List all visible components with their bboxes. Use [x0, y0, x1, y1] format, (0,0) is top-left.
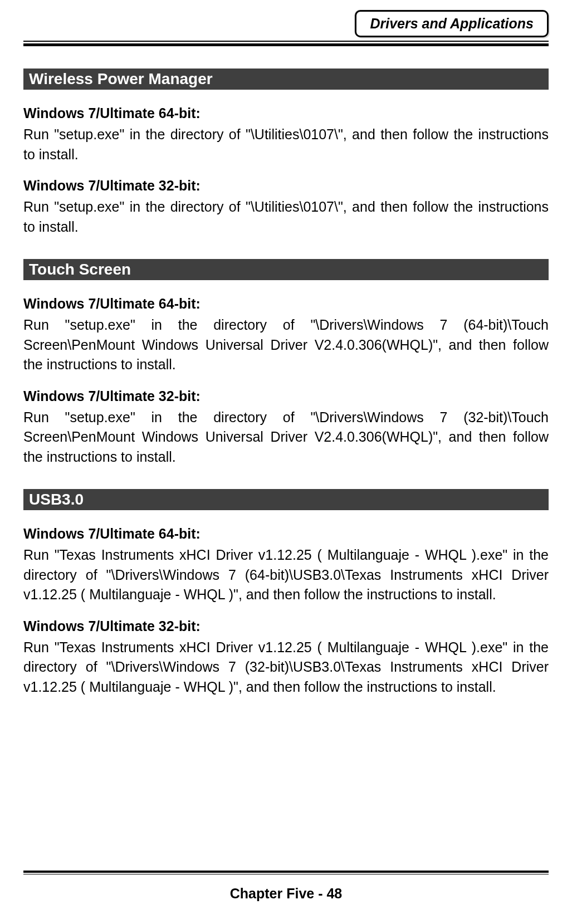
- section-title-touch-screen: Touch Screen: [23, 259, 549, 280]
- subheading: Windows 7/Ultimate 64-bit:: [23, 105, 549, 121]
- body-text: Run "setup.exe" in the directory of "\Ut…: [23, 125, 549, 164]
- instruction-group: Windows 7/Ultimate 32-bit: Run "setup.ex…: [23, 178, 549, 237]
- subheading: Windows 7/Ultimate 32-bit:: [23, 388, 549, 404]
- footer-text: Chapter Five - 48: [10, 886, 562, 902]
- instruction-group: Windows 7/Ultimate 64-bit: Run "setup.ex…: [23, 296, 549, 375]
- footer-rule-thick: [23, 871, 549, 873]
- subheading: Windows 7/Ultimate 64-bit:: [23, 296, 549, 312]
- instruction-group: Windows 7/Ultimate 32-bit: Run "Texas In…: [23, 618, 549, 697]
- subheading: Windows 7/Ultimate 32-bit:: [23, 178, 549, 194]
- body-text: Run "setup.exe" in the directory of "\Dr…: [23, 408, 549, 467]
- page-header: Drivers and Applications: [10, 10, 562, 37]
- page-content: Wireless Power Manager Windows 7/Ultimat…: [10, 46, 562, 697]
- section-title-usb3: USB3.0: [23, 489, 549, 510]
- instruction-group: Windows 7/Ultimate 64-bit: Run "setup.ex…: [23, 105, 549, 164]
- footer-rule-thin: [23, 874, 549, 874]
- subheading: Windows 7/Ultimate 64-bit:: [23, 526, 549, 542]
- body-text: Run "Texas Instruments xHCI Driver v1.12…: [23, 638, 549, 697]
- subheading: Windows 7/Ultimate 32-bit:: [23, 618, 549, 634]
- instruction-group: Windows 7/Ultimate 32-bit: Run "setup.ex…: [23, 388, 549, 467]
- body-text: Run "Texas Instruments xHCI Driver v1.12…: [23, 545, 549, 605]
- body-text: Run "setup.exe" in the directory of "\Dr…: [23, 315, 549, 375]
- instruction-group: Windows 7/Ultimate 64-bit: Run "Texas In…: [23, 526, 549, 605]
- header-rule-thin: [23, 41, 549, 42]
- page-footer: Chapter Five - 48: [10, 871, 562, 902]
- section-title-wireless-power-manager: Wireless Power Manager: [23, 69, 549, 90]
- body-text: Run "setup.exe" in the directory of "\Ut…: [23, 197, 549, 237]
- header-badge: Drivers and Applications: [355, 10, 549, 37]
